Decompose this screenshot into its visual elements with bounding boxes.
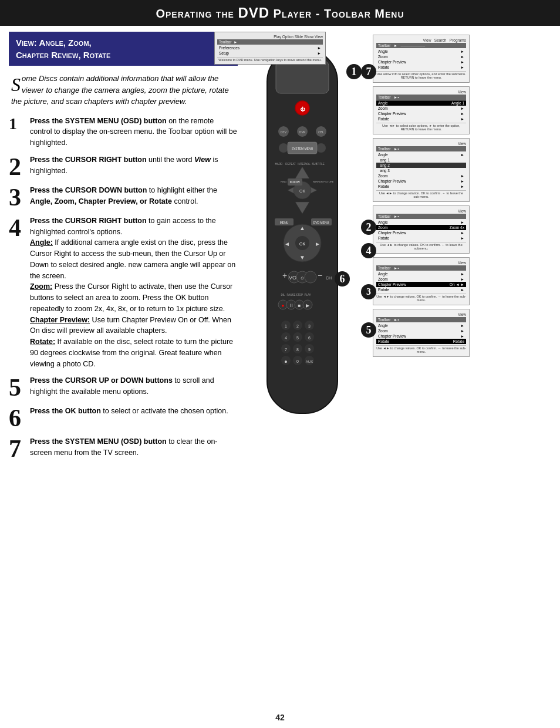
screenshot-1: View Search Programs Toolbar ► ─────────… [373, 35, 470, 83]
step-num-4: 4 [9, 215, 25, 240]
svg-text:▶: ▶ [306, 303, 310, 308]
step-num-7: 7 [9, 436, 25, 461]
step-7: 7 Press the SYSTEM MENU (OSD) button to … [9, 436, 238, 461]
step-num-2: 2 [9, 154, 25, 179]
badge-6: 6 [335, 271, 350, 287]
svg-text:2: 2 [296, 324, 299, 328]
svg-text:▼: ▼ [299, 254, 305, 261]
svg-text:CBL: CBL [318, 130, 324, 134]
badge-2: 2 [361, 220, 376, 235]
step-5: 5 Press the CURSOR UP or DOWN buttons to… [9, 375, 238, 400]
svg-text:CH: CH [326, 276, 332, 280]
step-1: 1 Press the SYSTEM MENU (OSD) button on … [9, 116, 238, 149]
screenshot-5: View Toolbar ►• Angle► Zoom► Chapter Pre… [373, 257, 470, 305]
svg-text:+: + [282, 271, 287, 280]
step-content-3: Press the CURSOR DOWN button to highligh… [30, 185, 238, 207]
svg-text:⏻: ⏻ [300, 106, 305, 112]
badge-5: 5 [361, 322, 376, 338]
svg-text:INTERVAL: INTERVAL [298, 163, 311, 166]
svg-text:8: 8 [296, 348, 299, 352]
svg-text:DVD MENU: DVD MENU [313, 221, 329, 224]
svg-text:●: ● [282, 303, 285, 308]
step-2: 2 Press the CURSOR RIGHT button until th… [9, 154, 238, 179]
svg-text:6: 6 [308, 336, 311, 340]
page-number: 42 [0, 709, 560, 726]
step-num-5: 5 [9, 375, 25, 400]
svg-text:HARD: HARD [275, 163, 284, 166]
svg-text:OVR: OVR [299, 130, 306, 134]
badge-1: 1 [346, 64, 362, 79]
svg-text:0: 0 [296, 359, 299, 363]
svg-text:►: ► [315, 241, 321, 247]
screenshot-3: View Toolbar ►• Angle► ang 1 ang 2 ang 3… [373, 138, 470, 202]
intro-text: Some Discs contain additional informatio… [9, 73, 238, 107]
svg-text:REPEAT: REPEAT [285, 163, 296, 166]
step-content-7: Press the SYSTEM MENU (OSD) button to cl… [30, 436, 238, 459]
middle-column: Play Option Slide Show View Toolbar ► Pr… [244, 32, 367, 703]
section-title: View: Angle, Zoom, Chapter Review, Rotat… [9, 32, 238, 66]
step-4: 4 Press the CURSOR RIGHT button to gain … [9, 215, 238, 370]
svg-text:9: 9 [308, 348, 311, 352]
svg-text:3: 3 [308, 324, 311, 328]
svg-text:OK: OK [299, 242, 305, 246]
svg-text:▲: ▲ [299, 225, 305, 231]
svg-text:1: 1 [285, 324, 287, 328]
step-6: 6 Press the OK button to select or activ… [9, 406, 238, 430]
svg-text:4: 4 [285, 336, 287, 340]
left-column: View: Angle, Zoom, Chapter Review, Rotat… [9, 32, 238, 703]
step-content-6: Press the OK button to select or activat… [30, 406, 228, 417]
svg-text:−: − [318, 271, 322, 280]
badge-3: 3 [361, 284, 376, 299]
svg-text:■: ■ [298, 303, 301, 308]
svg-text:DIL: DIL [281, 294, 285, 296]
svg-text:MIRROR PICTURE: MIRROR PICTURE [313, 180, 334, 183]
svg-point-12 [316, 143, 326, 153]
svg-text:5: 5 [296, 336, 299, 340]
svg-text:AUX: AUX [306, 360, 313, 363]
badge-4: 4 [361, 243, 376, 258]
dvd-word: DVD [238, 5, 269, 21]
main-content: View: Angle, Zoom, Chapter Review, Rotat… [0, 26, 560, 709]
svg-text:INDOW: INDOW [289, 180, 300, 184]
section-title-line2: Chapter Review, Rotate [16, 50, 110, 60]
svg-text:RING: RING [281, 180, 286, 183]
steps-list: 1 Press the SYSTEM MENU (OSD) button on … [9, 116, 238, 461]
step-num-6: 6 [9, 406, 25, 430]
svg-text:MENU: MENU [280, 221, 289, 224]
svg-text:STOP: STOP [296, 294, 303, 296]
svg-text:SUBTITLE: SUBTITLE [312, 163, 325, 166]
remote-area: Play Option Slide Show View Toolbar ► Pr… [244, 32, 367, 431]
svg-text:OK: OK [299, 189, 305, 193]
svg-text:◄: ◄ [284, 241, 290, 247]
drop-cap: S [11, 75, 21, 94]
step-content-2: Press the CURSOR RIGHT button until the … [30, 154, 238, 177]
screenshot-2: View Toolbar ►• AngleAngle 1 Zoom► Chapt… [373, 86, 470, 134]
step-content-1: Press the SYSTEM MENU (OSD) button on th… [30, 116, 238, 149]
screenshot-4: View Toolbar ►• Angle► ZoomZoom 4x Chapt… [373, 205, 470, 254]
svg-text:PAUSE: PAUSE [287, 294, 296, 296]
step-num-3: 3 [9, 185, 25, 210]
step-content-4: Press the CURSOR RIGHT button to gain ac… [30, 215, 238, 370]
step-3: 3 Press the CURSOR DOWN button to highli… [9, 185, 238, 210]
svg-text:⏺: ⏺ [284, 360, 288, 363]
svg-point-10 [279, 143, 288, 153]
svg-text:7: 7 [285, 348, 287, 352]
svg-text:SYSTEM MENU: SYSTEM MENU [292, 147, 313, 150]
section-title-line1: View: Angle, Zoom, [16, 38, 92, 48]
svg-text:⊙: ⊙ [301, 276, 304, 280]
svg-text:⏸: ⏸ [289, 303, 294, 308]
svg-text:OTV: OTV [281, 130, 287, 134]
screenshot-6: View Toolbar ►• Angle► Zoom► Chapter Pre… [373, 309, 470, 357]
svg-text:PLAY: PLAY [304, 294, 311, 296]
right-column: View Search Programs Toolbar ► ─────────… [373, 32, 551, 703]
badge-7: 7 [361, 64, 376, 79]
header-title: Operating the DVD Player - Toolbar Menu [156, 7, 404, 20]
page-header: Operating the DVD Player - Toolbar Menu [0, 0, 560, 26]
svg-point-45 [305, 271, 316, 283]
remote-svg: ⏻ OTV OVR CBL SYSTEM MENU [244, 43, 367, 443]
step-content-5: Press the CURSOR UP or DOWN buttons to s… [30, 375, 238, 397]
top-menu-screenshot: Play Option Slide Show View Toolbar ► Pr… [214, 32, 326, 65]
step-num-1: 1 [9, 116, 25, 132]
svg-rect-1 [276, 61, 329, 93]
